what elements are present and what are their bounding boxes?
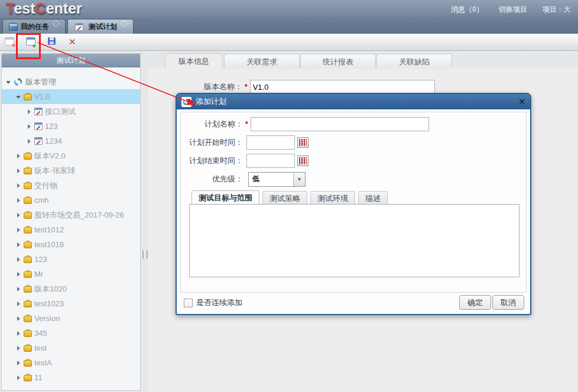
tab-test-plan[interactable]: 测试计划	[67, 19, 134, 34]
version-icon	[24, 93, 32, 101]
priority-value: 低	[249, 173, 293, 186]
app-header: TestCenter 消息（0） 切换项目 项目：大	[0, 0, 578, 18]
collapse-arrow-icon[interactable]	[15, 93, 22, 101]
messages-link[interactable]: 消息（0）	[451, 5, 483, 15]
tree-item-label: 123	[45, 122, 58, 131]
tree-item-版本1020[interactable]: 版本1020	[2, 281, 140, 296]
expand-arrow-icon[interactable]	[15, 182, 22, 189]
tree-item-版本-张家球[interactable]: 版本-张家球	[2, 163, 140, 178]
expand-arrow-icon[interactable]	[15, 315, 22, 322]
expand-arrow-icon[interactable]	[15, 330, 22, 337]
sidebar-splitter[interactable]	[141, 53, 148, 391]
plan-name-input[interactable]	[251, 117, 429, 131]
expand-arrow-icon[interactable]	[15, 359, 22, 367]
tree-item-Mr[interactable]: Mr	[2, 267, 140, 281]
tree-item-Version[interactable]: Version	[2, 311, 140, 326]
expand-arrow-icon[interactable]	[15, 271, 22, 278]
continuous-add-checkbox[interactable]	[184, 299, 193, 307]
plan-end-row: 计划结束时间：	[177, 154, 309, 168]
required-mark: *	[245, 83, 248, 91]
tab-version-info[interactable]: 版本信息	[165, 53, 223, 69]
tree-item-test1018[interactable]: test1018	[2, 237, 140, 252]
expand-arrow-icon[interactable]	[15, 286, 22, 293]
ok-button[interactable]: 确定	[459, 295, 491, 310]
tree-item-label: 版本管理	[25, 77, 56, 88]
tab-close-icon[interactable]	[53, 21, 59, 27]
tab-linked-defects[interactable]: 关联缺陷	[376, 54, 452, 68]
tree-item-label: V1.0	[34, 92, 50, 101]
window-tab-strip: 我的任务 测试计划	[0, 18, 578, 34]
tree-item-test1012[interactable]: test1012	[2, 222, 140, 237]
tab-test-environment[interactable]: 测试环境	[310, 191, 355, 205]
save-icon[interactable]	[47, 37, 58, 47]
splitter-grip-icon[interactable]	[142, 250, 148, 259]
tab-linked-requirements[interactable]: 关联需求	[224, 54, 300, 68]
tab-close-icon[interactable]	[121, 21, 127, 27]
switch-project-link[interactable]: 切换项目	[499, 5, 527, 15]
tab-statistics-report[interactable]: 统计报表	[300, 54, 376, 68]
tab-test-strategy[interactable]: 测试策略	[262, 191, 307, 205]
tree-item-交付物[interactable]: 交付物	[2, 178, 140, 193]
tree-item-test[interactable]: test	[2, 341, 140, 355]
dialog-title-bar[interactable]: 添加计划 ✕	[177, 94, 530, 109]
tree-item-label: 版本V2.0	[34, 151, 66, 161]
expand-arrow-icon[interactable]	[15, 374, 22, 381]
testcenter-logo-icon	[181, 97, 191, 107]
expand-arrow-icon[interactable]	[26, 123, 33, 130]
tree-item-123[interactable]: 123	[2, 252, 140, 267]
tree-item-345[interactable]: 345	[2, 326, 140, 341]
version-icon	[24, 300, 32, 307]
expand-arrow-icon[interactable]	[15, 167, 22, 174]
expand-arrow-icon[interactable]	[15, 345, 22, 352]
expand-arrow-icon[interactable]	[26, 108, 33, 115]
version-icon	[24, 344, 32, 352]
tree-item-股转市场交易_2017-09-26[interactable]: 股转市场交易_2017-09-26	[2, 208, 140, 222]
expand-arrow-icon[interactable]	[26, 138, 33, 145]
calendar-icon[interactable]	[297, 137, 309, 148]
dialog-close-icon[interactable]: ✕	[518, 98, 525, 106]
expand-arrow-icon[interactable]	[15, 197, 22, 204]
tab-description[interactable]: 描述	[358, 191, 388, 205]
content-tab-bar: 版本信息 关联需求 统计报表 关联缺陷	[148, 52, 578, 69]
plan-end-label: 计划结束时间：	[177, 155, 243, 166]
tree-item-1234[interactable]: 1234	[2, 134, 140, 148]
priority-select[interactable]: 低 ▼	[248, 172, 306, 187]
tree-item-label: testA	[34, 358, 52, 367]
tree-item-label: 版本1020	[34, 284, 67, 294]
tree-item-cmh[interactable]: cmh	[2, 193, 140, 208]
expand-arrow-icon[interactable]	[15, 300, 22, 307]
cancel-button[interactable]: 取消	[492, 295, 524, 310]
expand-arrow-icon[interactable]	[15, 212, 22, 219]
tab-my-tasks[interactable]: 我的任务	[2, 19, 66, 34]
delete-icon[interactable]: ✕	[69, 37, 79, 47]
tree-item-版本管理[interactable]: 版本管理	[2, 74, 140, 89]
tree-item-接口测试[interactable]: 接口测试	[2, 104, 140, 119]
plan-start-input[interactable]	[246, 135, 295, 150]
expand-arrow-icon[interactable]	[15, 226, 22, 234]
version-icon	[24, 226, 32, 234]
version-icon	[24, 255, 32, 263]
expand-arrow-icon[interactable]	[15, 256, 22, 263]
collapse-arrow-icon[interactable]	[5, 79, 12, 86]
version-icon	[24, 270, 32, 278]
tree-item-testA[interactable]: testA	[2, 355, 140, 370]
tab-label: 测试计划	[89, 22, 117, 32]
calendar-icon[interactable]	[297, 155, 309, 166]
current-project-label[interactable]: 项目：大	[543, 5, 571, 15]
expand-arrow-icon[interactable]	[15, 241, 22, 248]
tab-test-goal-scope[interactable]: 测试目标与范围	[191, 190, 259, 205]
plan-start-row: 计划开始时间：	[177, 135, 309, 150]
plan-icon	[34, 122, 43, 130]
chevron-down-icon[interactable]: ▼	[293, 173, 305, 186]
tree-item-V1.0[interactable]: V1.0	[2, 89, 140, 104]
tree-item-123[interactable]: 123	[2, 119, 140, 134]
version-name-input[interactable]	[250, 80, 435, 94]
tree-item-版本V2.0[interactable]: 版本V2.0	[2, 148, 140, 163]
tree-item-label: 11	[34, 373, 43, 382]
tree-item-11[interactable]: 11	[2, 370, 140, 385]
test-goal-textarea[interactable]	[189, 204, 519, 277]
tree-item-label: 345	[34, 329, 47, 338]
expand-arrow-icon[interactable]	[15, 153, 22, 160]
plan-end-input[interactable]	[246, 154, 295, 168]
tree-item-test1023[interactable]: test1023	[2, 296, 140, 311]
